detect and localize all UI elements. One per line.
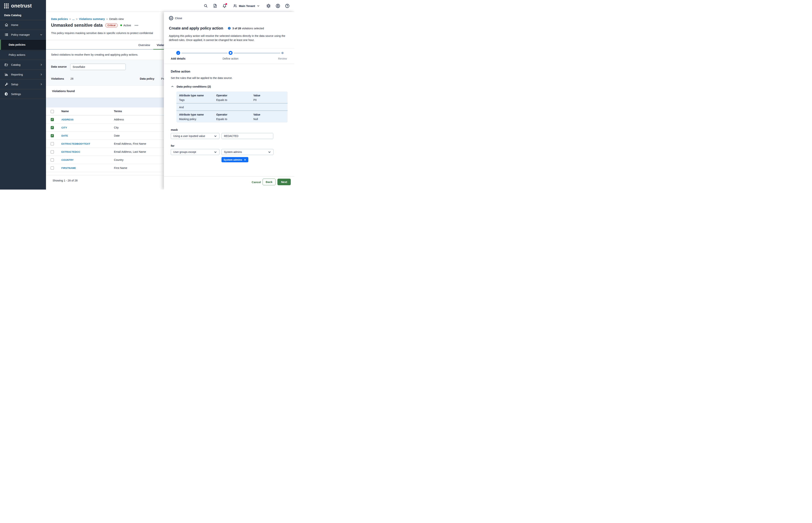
selection-info: 3 of 28 violations selected — [228, 27, 264, 30]
chevron-down-icon — [257, 4, 260, 7]
notifications-bell-icon[interactable] — [222, 4, 227, 8]
home-icon — [4, 23, 8, 27]
breadcrumb-separator: > — [76, 18, 77, 20]
breadcrumb-ellipsis[interactable]: ... — [72, 17, 75, 20]
more-options-icon[interactable] — [135, 25, 138, 26]
page-title: Unmasked sensitive data — [51, 23, 103, 28]
policy-description: This policy requires masking sensitive d… — [51, 32, 153, 35]
violation-name-link[interactable]: COUNTRY — [61, 159, 74, 161]
sidebar-item-setup[interactable]: Setup — [0, 79, 46, 89]
list-icon — [4, 33, 8, 37]
row-checkbox[interactable] — [51, 134, 54, 137]
drawer-footer: Cancel Back Next — [164, 176, 294, 190]
remove-chip-icon[interactable] — [244, 159, 246, 161]
violations-count-label: Violations — [51, 77, 64, 80]
chevron-right-icon — [40, 83, 43, 86]
step-label-define-action: Define action — [218, 57, 244, 60]
violations-found-title: Violations found — [52, 89, 75, 93]
drawer-title: Create and apply policy action — [169, 26, 223, 31]
data-policy-label: Data policy — [140, 77, 154, 80]
cond-header-operator: Operator — [216, 113, 227, 116]
conditions-toggle[interactable]: Data policy conditions (2) — [171, 85, 211, 88]
breadcrumb-violations-summary[interactable]: Violations summary — [79, 17, 105, 20]
chevron-right-icon — [40, 73, 43, 76]
search-icon[interactable] — [204, 4, 208, 8]
chevron-right-icon — [40, 63, 43, 66]
cond-value-value: Null — [253, 118, 258, 121]
row-checkbox[interactable] — [51, 158, 54, 162]
data-source-label: Data source — [51, 65, 67, 68]
sidebar-item-data-policies[interactable]: Data policies — [0, 40, 46, 50]
row-checkbox[interactable] — [51, 142, 54, 145]
mask-method-select[interactable]: Using a user inputted value — [171, 133, 220, 139]
row-checkbox[interactable] — [51, 166, 54, 170]
selected-group-chip: System admins — [222, 157, 248, 162]
gear-icon — [4, 92, 8, 96]
data-source-input[interactable] — [70, 64, 126, 70]
row-checkbox[interactable] — [51, 126, 54, 129]
user-group-mode-select[interactable]: User groups except — [171, 149, 220, 155]
step-connector — [234, 53, 280, 53]
intro-text: Select violations to resolve them by cre… — [51, 53, 138, 56]
drawer-description: Applying this policy action will resolve… — [169, 34, 287, 42]
row-checkbox[interactable] — [51, 150, 54, 154]
cond-operator-value: Equals to — [216, 118, 227, 121]
sidebar-item-policy-manager[interactable]: Policy manager — [0, 30, 46, 40]
cancel-button[interactable]: Cancel — [252, 181, 261, 184]
cond-attribute-value: Tags — [179, 98, 185, 102]
define-action-heading: Define action — [171, 70, 190, 73]
define-action-subheading: Set the rules that will be applied to th… — [171, 76, 232, 79]
help-icon[interactable] — [285, 4, 289, 8]
cond-header-operator: Operator — [216, 94, 227, 97]
status-badge: Active — [120, 24, 131, 27]
violation-name-link[interactable]: CITY — [61, 126, 67, 129]
step-connector — [182, 53, 227, 53]
mask-value-input[interactable] — [222, 133, 273, 139]
sidebar-item-reporting[interactable]: Reporting — [0, 70, 46, 79]
active-dot-icon — [120, 24, 122, 26]
for-label: for — [171, 144, 174, 147]
sidebar-item-catalog[interactable]: Catalog — [0, 60, 46, 70]
logo[interactable]: onetrust — [0, 0, 46, 12]
select-all-checkbox[interactable] — [51, 110, 54, 113]
tab-overview[interactable]: Overview — [138, 40, 150, 50]
topbar: Main Tenant — [46, 0, 294, 12]
chevron-down-icon — [214, 150, 217, 154]
breadcrumb-separator: > — [69, 18, 71, 20]
cond-value-value: PII — [253, 98, 257, 102]
step-review-icon — [281, 52, 284, 54]
back-button[interactable]: Back — [263, 179, 276, 185]
violation-name-link[interactable]: DATE — [61, 134, 68, 137]
cond-header-attribute: Attribute type name — [179, 113, 204, 116]
row-checkbox[interactable] — [51, 118, 54, 121]
breadcrumb: Data policies > ... > Violations summary… — [51, 17, 124, 20]
severity-badge: Critical — [105, 23, 118, 28]
violation-name-link[interactable]: ADDRESS — [61, 118, 74, 121]
sidebar-item-home[interactable]: Home — [0, 20, 46, 30]
sidebar-item-settings[interactable]: Settings — [0, 89, 46, 99]
close-button[interactable]: Close — [169, 16, 182, 20]
user-group-select[interactable]: System admins — [222, 149, 273, 155]
chevron-down-icon — [40, 33, 43, 36]
violation-name-link[interactable]: EXTRACTEDCC — [61, 150, 80, 153]
chevron-down-icon — [268, 150, 271, 154]
column-header-terms: Terms — [114, 110, 122, 113]
sidebar-item-policy-actions[interactable]: Policy actions — [0, 50, 46, 60]
app-root: onetrust Data Catalog Home Policy manage… — [0, 0, 294, 190]
cond-header-value: Value — [253, 113, 260, 116]
cond-joiner: And — [179, 106, 184, 109]
tenant-menu[interactable]: Main Tenant — [233, 4, 260, 8]
sidebar: onetrust Data Catalog Home Policy manage… — [0, 0, 46, 190]
cond-operator-value: Equals to — [216, 98, 227, 102]
document-check-icon[interactable] — [213, 4, 218, 8]
gear-icon[interactable] — [266, 4, 271, 8]
violation-name-link[interactable]: EXTRACTEDBODYTEXT — [61, 142, 90, 145]
next-button[interactable]: Next — [278, 179, 291, 185]
account-icon[interactable] — [276, 4, 280, 8]
close-arrow-icon — [169, 16, 173, 20]
breadcrumb-data-policies[interactable]: Data policies — [51, 17, 68, 20]
violation-name-link[interactable]: FIRSTNAME — [61, 167, 76, 169]
policy-action-drawer: Close Create and apply policy action 3 o… — [164, 12, 294, 190]
step-label-review: Review — [269, 57, 294, 60]
people-icon — [233, 4, 237, 8]
